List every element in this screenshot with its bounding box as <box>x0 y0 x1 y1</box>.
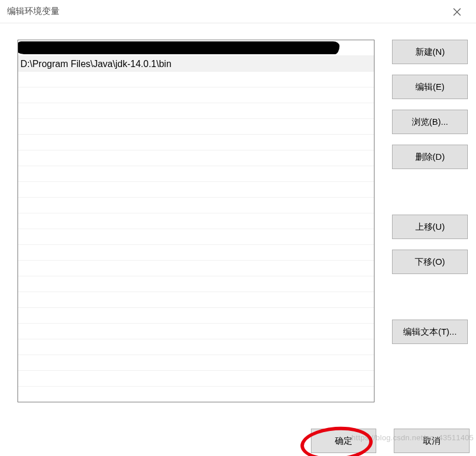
list-item-empty[interactable] <box>18 292 374 308</box>
path-listbox[interactable]: D:\Program Files\Java\jdk-14.0.1\bin <box>18 40 374 402</box>
delete-button[interactable]: 删除(D) <box>392 145 468 169</box>
list-item-empty[interactable] <box>18 355 374 371</box>
list-item-empty[interactable] <box>18 387 374 402</box>
side-button-column: 新建(N) 编辑(E) 浏览(B)... 删除(D) 上移(U) 下移(O) 编… <box>392 40 468 426</box>
list-item-empty[interactable] <box>18 213 374 229</box>
list-item-empty[interactable] <box>18 72 374 87</box>
list-item-empty[interactable] <box>18 166 374 182</box>
browse-button[interactable]: 浏览(B)... <box>392 110 468 134</box>
list-item-empty[interactable] <box>18 276 374 292</box>
move-up-button[interactable]: 上移(U) <box>392 215 468 239</box>
edit-button[interactable]: 编辑(E) <box>392 75 468 99</box>
close-button[interactable] <box>443 0 470 23</box>
list-item-empty[interactable] <box>18 87 374 103</box>
new-button[interactable]: 新建(N) <box>392 40 468 64</box>
redacted-entry <box>18 41 340 54</box>
list-item-empty[interactable] <box>18 229 374 245</box>
watermark-text: https://blog.csdn.net/qq_43511405 <box>352 433 474 442</box>
list-item[interactable] <box>18 40 374 56</box>
close-icon <box>453 8 461 16</box>
list-item-empty[interactable] <box>18 324 374 339</box>
list-item-empty[interactable] <box>18 261 374 276</box>
move-down-button[interactable]: 下移(O) <box>392 250 468 274</box>
window-title: 编辑环境变量 <box>7 6 60 17</box>
list-item-empty[interactable] <box>18 119 374 135</box>
list-item-empty[interactable] <box>18 371 374 387</box>
content-area: D:\Program Files\Java\jdk-14.0.1\bin 新建(… <box>0 23 476 426</box>
list-item-empty[interactable] <box>18 198 374 213</box>
edit-text-button[interactable]: 编辑文本(T)... <box>392 320 468 344</box>
list-item-empty[interactable] <box>18 339 374 355</box>
list-item-empty[interactable] <box>18 308 374 324</box>
list-item-empty[interactable] <box>18 103 374 119</box>
titlebar: 编辑环境变量 <box>0 0 476 23</box>
list-item-empty[interactable] <box>18 245 374 261</box>
list-item[interactable]: D:\Program Files\Java\jdk-14.0.1\bin <box>18 56 374 72</box>
list-item-empty[interactable] <box>18 182 374 198</box>
list-item-empty[interactable] <box>18 135 374 150</box>
list-item-empty[interactable] <box>18 150 374 166</box>
